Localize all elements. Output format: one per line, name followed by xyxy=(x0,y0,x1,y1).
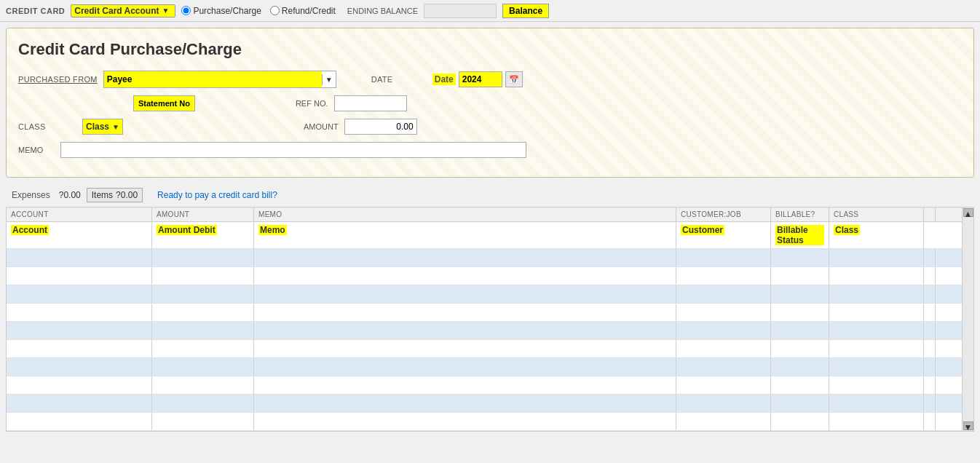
table-row[interactable] xyxy=(7,267,973,285)
table-row[interactable] xyxy=(7,249,973,267)
cell-memo[interactable] xyxy=(254,358,676,376)
ready-to-pay-link[interactable]: Ready to pay a credit card bill? xyxy=(157,190,277,200)
table-row[interactable] xyxy=(7,395,973,413)
cell-amount[interactable] xyxy=(152,340,254,357)
cell-class[interactable] xyxy=(829,267,924,285)
balance-button[interactable]: Balance xyxy=(502,4,549,18)
cell-billable[interactable] xyxy=(771,413,829,430)
cell-memo[interactable] xyxy=(254,304,676,321)
cell-class[interactable] xyxy=(829,358,924,376)
cell-amount[interactable] xyxy=(152,413,254,430)
cell-customer[interactable] xyxy=(676,395,771,412)
memo-input[interactable] xyxy=(60,142,526,158)
cell-billable[interactable] xyxy=(771,304,829,321)
table-row[interactable] xyxy=(7,322,973,340)
cell-account[interactable] xyxy=(7,413,152,430)
date-input[interactable] xyxy=(459,71,502,87)
cell-customer[interactable] xyxy=(676,249,771,266)
cell-customer[interactable] xyxy=(676,376,771,394)
cell-account[interactable]: Account xyxy=(7,222,152,248)
cell-billable[interactable] xyxy=(771,376,829,394)
cell-amount[interactable] xyxy=(152,249,254,266)
cell-class[interactable] xyxy=(829,285,924,303)
table-row[interactable]: Account Amount Debit Memo Customer Billa… xyxy=(7,222,973,249)
table-row[interactable] xyxy=(7,413,973,431)
tab-items[interactable]: Items ?0.00 xyxy=(87,188,143,202)
ref-no-input[interactable] xyxy=(334,95,407,111)
cell-memo[interactable] xyxy=(254,285,676,303)
cell-memo[interactable]: Memo xyxy=(254,222,676,248)
cell-account[interactable] xyxy=(7,249,152,266)
cell-account[interactable] xyxy=(7,358,152,376)
cell-amount[interactable] xyxy=(152,376,254,394)
calendar-button[interactable]: 📅 xyxy=(505,71,523,87)
cell-memo[interactable] xyxy=(254,267,676,285)
tab-expenses[interactable]: Expenses xyxy=(6,188,56,202)
cell-memo[interactable] xyxy=(254,249,676,266)
cell-billable[interactable] xyxy=(771,267,829,285)
cell-billable[interactable] xyxy=(771,249,829,266)
cell-memo[interactable] xyxy=(254,376,676,394)
cell-customer[interactable] xyxy=(676,304,771,321)
cell-account[interactable] xyxy=(7,376,152,394)
cell-account[interactable] xyxy=(7,267,152,285)
scrollbar-down-arrow[interactable]: ▼ xyxy=(963,422,973,430)
purchase-charge-radio[interactable] xyxy=(181,6,191,15)
cell-memo[interactable] xyxy=(254,395,676,412)
cell-account[interactable] xyxy=(7,322,152,339)
cell-customer[interactable] xyxy=(676,322,771,339)
cell-class[interactable] xyxy=(829,322,924,339)
cell-memo[interactable] xyxy=(254,413,676,430)
cell-billable[interactable] xyxy=(771,285,829,303)
payee-input[interactable] xyxy=(104,71,322,87)
table-row[interactable] xyxy=(7,285,973,304)
date-container: DATE Date 📅 xyxy=(371,71,523,87)
cell-customer[interactable]: Customer xyxy=(676,222,771,248)
cell-customer[interactable] xyxy=(676,267,771,285)
cell-amount[interactable] xyxy=(152,358,254,376)
cell-billable[interactable] xyxy=(771,358,829,376)
amount-input[interactable] xyxy=(344,119,417,135)
cell-memo[interactable] xyxy=(254,322,676,339)
cell-billable[interactable] xyxy=(771,322,829,339)
cell-class[interactable] xyxy=(829,304,924,321)
cell-billable[interactable] xyxy=(771,340,829,357)
scrollbar[interactable]: ▲ ▼ xyxy=(962,207,973,431)
cell-customer[interactable] xyxy=(676,340,771,357)
cell-customer[interactable] xyxy=(676,413,771,430)
cell-amount[interactable] xyxy=(152,285,254,303)
refund-credit-radio[interactable] xyxy=(270,6,280,15)
cell-amount[interactable] xyxy=(152,267,254,285)
cell-billable[interactable] xyxy=(771,395,829,412)
cell-amount[interactable] xyxy=(152,304,254,321)
cell-amount[interactable] xyxy=(152,322,254,339)
cell-account[interactable] xyxy=(7,395,152,412)
table-row[interactable] xyxy=(7,358,973,376)
cell-memo[interactable] xyxy=(254,340,676,357)
payee-dropdown-arrow[interactable]: ▼ xyxy=(322,74,336,85)
table-row[interactable] xyxy=(7,376,973,395)
cell-amount[interactable]: Amount Debit xyxy=(152,222,254,248)
credit-card-dropdown[interactable]: Credit Card Account ▼ xyxy=(71,4,175,17)
cell-account[interactable] xyxy=(7,285,152,303)
cell-customer[interactable] xyxy=(676,285,771,303)
statement-no-button[interactable]: Statement No xyxy=(133,95,195,111)
cell-class[interactable] xyxy=(829,340,924,357)
cell-account[interactable] xyxy=(7,304,152,321)
cell-class[interactable] xyxy=(829,376,924,394)
cell-customer[interactable] xyxy=(676,358,771,376)
purchase-charge-option[interactable]: Purchase/Charge xyxy=(181,6,261,16)
table-row[interactable] xyxy=(7,304,973,322)
scrollbar-up-arrow[interactable]: ▲ xyxy=(963,208,973,217)
ending-balance-input[interactable] xyxy=(424,4,497,18)
cell-class[interactable] xyxy=(829,413,924,430)
refund-credit-option[interactable]: Refund/Credit xyxy=(270,6,336,16)
cell-amount[interactable] xyxy=(152,395,254,412)
class-dropdown[interactable]: Class ▼ xyxy=(82,119,123,135)
cell-account[interactable] xyxy=(7,340,152,357)
cell-billable[interactable]: Billable Status xyxy=(771,222,829,248)
cell-class[interactable]: Class xyxy=(829,222,924,248)
cell-class[interactable] xyxy=(829,249,924,266)
table-row[interactable] xyxy=(7,340,973,358)
cell-class[interactable] xyxy=(829,395,924,412)
